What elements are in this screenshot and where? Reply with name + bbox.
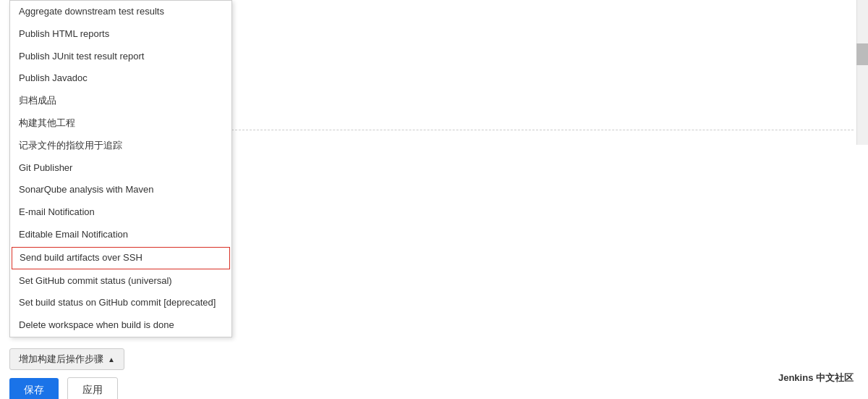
dropdown-item-set-github-status[interactable]: Set GitHub commit status (universal) (10, 270, 231, 293)
dropdown-item-git-publisher[interactable]: Git Publisher (10, 157, 231, 180)
dropdown-item-email-notification[interactable]: E-mail Notification (10, 201, 231, 224)
scrollbar-track[interactable] (856, 0, 868, 145)
dropdown-menu: Aggregate downstream test resultsPublish… (9, 0, 232, 337)
dropdown-item-publish-javadoc[interactable]: Publish Javadoc (10, 67, 231, 90)
dropdown-item-record-fingerprint[interactable]: 记录文件的指纹用于追踪 (10, 135, 231, 157)
dropdown-item-delete-workspace[interactable]: Delete workspace when build is done (10, 314, 231, 337)
dropdown-item-publish-junit[interactable]: Publish JUnit test result report (10, 46, 231, 68)
dashed-area (231, 87, 854, 130)
scrollbar-thumb[interactable] (856, 43, 868, 65)
dropdown-item-set-build-status[interactable]: Set build status on GitHub commit [depre… (10, 292, 231, 314)
dropdown-item-sonarqube[interactable]: SonarQube analysis with Maven (10, 179, 231, 201)
dropdown-item-publish-html[interactable]: Publish HTML reports (10, 23, 231, 46)
footer-text: Jenkins 中文社区 (778, 371, 854, 385)
dropdown-item-editable-email[interactable]: Editable Email Notification (10, 224, 231, 246)
apply-button[interactable]: 应用 (67, 377, 118, 399)
dropdown-item-build-other[interactable]: 构建其他工程 (10, 112, 231, 135)
dropdown-item-send-ssh[interactable]: Send build artifacts over SSH (12, 247, 230, 269)
action-buttons: 保存 应用 (9, 377, 118, 399)
add-post-build-label: 增加构建后操作步骤 (19, 353, 103, 366)
save-button[interactable]: 保存 (9, 378, 59, 399)
dropdown-item-archive-artifacts[interactable]: 归档成品 (10, 90, 231, 112)
arrow-icon: ▲ (108, 356, 115, 364)
main-content: Aggregate downstream test resultsPublish… (0, 0, 868, 399)
add-post-build-button[interactable]: 增加构建后操作步骤 ▲ (9, 348, 124, 370)
dropdown-item-aggregate[interactable]: Aggregate downstream test results (10, 1, 231, 23)
